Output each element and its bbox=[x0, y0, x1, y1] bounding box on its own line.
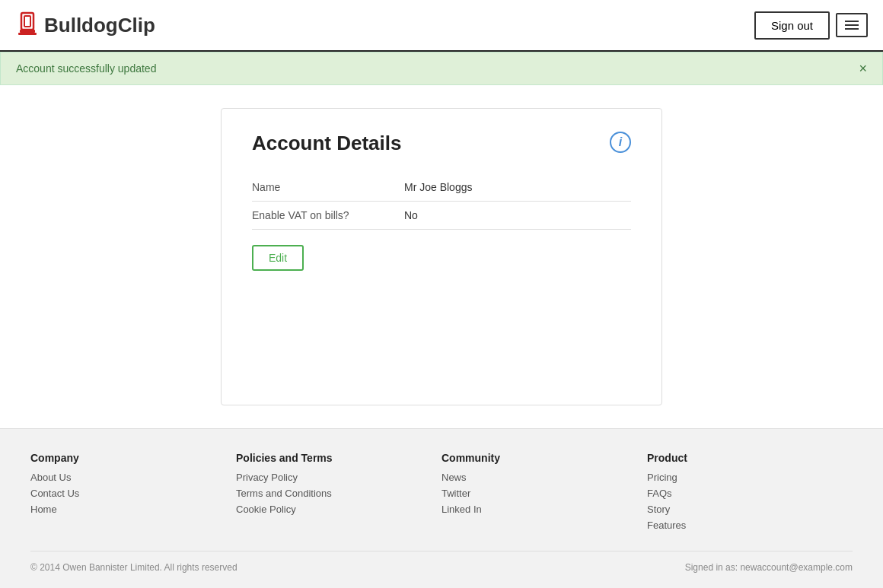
success-alert: Account successfully updated × bbox=[0, 52, 883, 85]
footer-link-home[interactable]: Home bbox=[30, 504, 236, 515]
logo[interactable]: BulldogClip bbox=[15, 11, 155, 39]
footer-link-about[interactable]: About Us bbox=[30, 472, 236, 483]
footer-col-title-product: Product bbox=[647, 452, 853, 464]
account-title: Account Details bbox=[252, 132, 402, 155]
logo-icon bbox=[15, 11, 40, 39]
footer-link-story[interactable]: Story bbox=[647, 504, 853, 515]
footer-link-news[interactable]: News bbox=[442, 472, 647, 483]
menu-button[interactable] bbox=[836, 13, 868, 37]
footer-bottom: © 2014 Owen Bannister Limited. All right… bbox=[30, 551, 853, 573]
header-buttons: Sign out bbox=[754, 11, 868, 40]
footer-link-twitter[interactable]: Twitter bbox=[442, 488, 647, 499]
footer-link-privacy[interactable]: Privacy Policy bbox=[236, 472, 442, 483]
account-fields: Name Mr Joe Bloggs Enable VAT on bills? … bbox=[252, 173, 631, 230]
footer-col-product: Product Pricing FAQs Story Features bbox=[647, 452, 853, 536]
footer-link-linkedin[interactable]: Linked In bbox=[442, 504, 647, 515]
footer-col-policies: Policies and Terms Privacy Policy Terms … bbox=[236, 452, 442, 536]
svg-rect-2 bbox=[20, 30, 35, 33]
footer-columns: Company About Us Contact Us Home Policie… bbox=[30, 452, 853, 536]
field-row-vat: Enable VAT on bills? No bbox=[252, 202, 631, 230]
account-card: Account Details i Name Mr Joe Bloggs Ena… bbox=[221, 108, 662, 405]
alert-close-button[interactable]: × bbox=[859, 62, 867, 75]
footer-col-community: Community News Twitter Linked In bbox=[442, 452, 647, 536]
main-content: Account Details i Name Mr Joe Bloggs Ena… bbox=[0, 85, 883, 428]
field-value-name: Mr Joe Bloggs bbox=[404, 181, 472, 193]
header: BulldogClip Sign out bbox=[0, 0, 883, 52]
footer-col-title-company: Company bbox=[30, 452, 236, 464]
footer-link-terms[interactable]: Terms and Conditions bbox=[236, 488, 442, 499]
svg-rect-3 bbox=[18, 33, 37, 35]
edit-button[interactable]: Edit bbox=[252, 245, 304, 271]
footer: Company About Us Contact Us Home Policie… bbox=[0, 428, 883, 588]
footer-link-features[interactable]: Features bbox=[647, 520, 853, 531]
account-card-header: Account Details i bbox=[252, 132, 631, 155]
footer-link-pricing[interactable]: Pricing bbox=[647, 472, 853, 483]
footer-link-cookie[interactable]: Cookie Policy bbox=[236, 504, 442, 515]
footer-col-company: Company About Us Contact Us Home bbox=[30, 452, 236, 536]
field-label-name: Name bbox=[252, 181, 404, 193]
hamburger-icon bbox=[845, 21, 859, 30]
alert-message: Account successfully updated bbox=[16, 62, 156, 75]
logo-text: BulldogClip bbox=[44, 14, 155, 37]
footer-link-faqs[interactable]: FAQs bbox=[647, 488, 853, 499]
footer-col-title-policies: Policies and Terms bbox=[236, 452, 442, 464]
field-value-vat: No bbox=[404, 209, 418, 221]
field-row-name: Name Mr Joe Bloggs bbox=[252, 173, 631, 202]
copyright: © 2014 Owen Bannister Limited. All right… bbox=[30, 562, 237, 573]
signout-button[interactable]: Sign out bbox=[754, 11, 830, 40]
signed-in-as: Signed in as: newaccount@example.com bbox=[685, 562, 853, 573]
footer-col-title-community: Community bbox=[442, 452, 647, 464]
field-label-vat: Enable VAT on bills? bbox=[252, 209, 404, 221]
info-icon[interactable]: i bbox=[610, 132, 631, 153]
svg-rect-1 bbox=[24, 16, 30, 27]
footer-link-contact[interactable]: Contact Us bbox=[30, 488, 236, 499]
